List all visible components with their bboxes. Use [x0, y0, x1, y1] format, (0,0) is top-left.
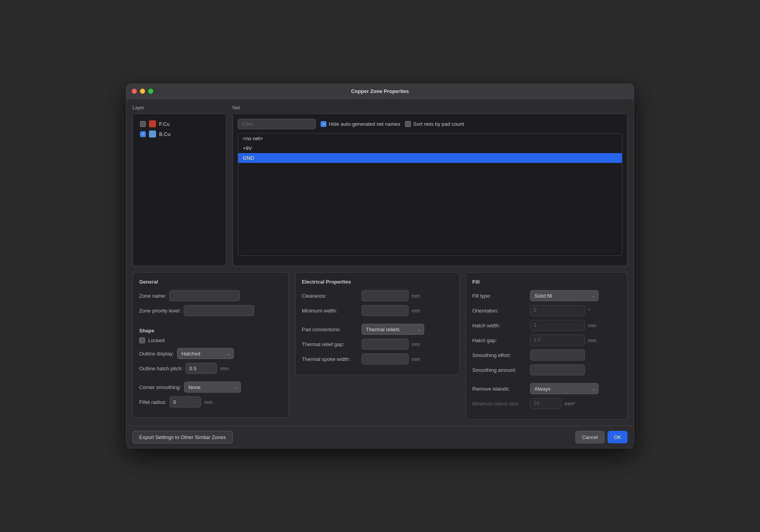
clearance-unit: mm	[412, 293, 421, 299]
electrical-box: Electrical Properties Clearance: 0.5 mm …	[295, 272, 459, 375]
thermal-spoke-unit: mm	[412, 356, 421, 362]
smoothing-amount-value[interactable]: 0.10	[531, 367, 585, 373]
fillet-radius-input[interactable]: 0	[170, 396, 201, 407]
thermal-gap-input[interactable]: 0.5	[362, 339, 409, 350]
outline-display-row: Outline display: Hatched ⌄	[139, 348, 282, 359]
hatch-width-label: Hatch width:	[472, 323, 527, 328]
zone-name-input[interactable]	[169, 290, 240, 301]
hatch-width-unit: mm	[588, 323, 598, 328]
zone-priority-row: Zone priority level: 0 ▲ ▼	[139, 305, 282, 316]
chevron-down-icon-3: ⌄	[418, 327, 421, 332]
general-title: General	[139, 279, 282, 285]
export-button[interactable]: Export Settings to Other Similar Zones	[133, 431, 233, 443]
pad-connections-value: Thermal reliefs	[366, 327, 416, 332]
remove-islands-value: Always	[534, 386, 590, 392]
zone-name-row: Zone name:	[139, 290, 282, 301]
min-island-row: Minimum island size: 10 mm²	[472, 398, 621, 409]
net-list: <no net> +9V GND	[238, 133, 622, 256]
pad-connections-row: Pad connections: Thermal reliefs ⌄	[302, 324, 453, 335]
content-area: Layer F.Cu B.Cu Net	[126, 99, 634, 426]
sort-nets-label[interactable]: Sort nets by pad count	[405, 121, 464, 127]
fillet-radius-row: Fillet radius: 0 mm	[139, 396, 282, 407]
outline-hatch-label: Outline hatch pitch:	[139, 366, 183, 371]
layer-panel: F.Cu B.Cu	[133, 114, 226, 266]
thermal-gap-unit: mm	[412, 341, 421, 347]
maximize-button[interactable]	[148, 89, 153, 94]
pad-connections-select[interactable]: Thermal reliefs ⌄	[362, 324, 424, 335]
net-header: Hide auto-generated net names Sort nets …	[238, 119, 622, 129]
net-item-no-net[interactable]: <no net>	[238, 134, 622, 143]
net-item-plus9v[interactable]: +9V	[238, 143, 622, 153]
min-island-label: Minimum island size:	[472, 401, 527, 407]
layer-color-bcu	[149, 130, 156, 137]
ok-button[interactable]: OK	[608, 431, 627, 443]
thermal-spoke-label: Thermal spoke width:	[302, 356, 358, 362]
outline-display-value: Hatched	[181, 351, 226, 357]
layer-item-bcu[interactable]: B.Cu	[138, 129, 221, 139]
min-width-input[interactable]: 0.25	[362, 305, 409, 316]
zone-priority-value[interactable]: 0	[184, 308, 254, 314]
net-item-gnd[interactable]: GND	[238, 153, 622, 163]
outline-display-select[interactable]: Hatched ⌄	[177, 348, 234, 359]
layer-checkbox-fcu[interactable]	[140, 121, 146, 127]
locked-checkbox[interactable]	[139, 337, 145, 343]
chevron-down-icon: ⌄	[227, 352, 230, 356]
minimize-button[interactable]	[140, 89, 145, 94]
orientation-row: Orientation: 0 °	[472, 305, 621, 316]
thermal-gap-row: Thermal relief gap: 0.5 mm	[302, 339, 453, 350]
layer-color-fcu	[149, 120, 156, 127]
electrical-title: Electrical Properties	[302, 279, 453, 285]
remove-islands-label: Remove islands:	[472, 386, 527, 392]
smoothing-amount-spinner[interactable]: 0.10 ▲ ▼	[530, 364, 585, 375]
thermal-gap-label: Thermal relief gap:	[302, 341, 358, 347]
hide-auto-checkbox[interactable]	[321, 121, 326, 127]
smoothing-effort-spinner[interactable]: 0 ▲ ▼	[530, 350, 585, 361]
fill-type-select[interactable]: Solid fill ⌄	[530, 290, 599, 301]
min-island-unit: mm²	[565, 401, 575, 407]
layer-checkbox-bcu[interactable]	[140, 131, 146, 137]
min-width-row: Minimum width: 0.25 mm	[302, 305, 453, 316]
fill-section: Fill Fill type: Solid fill ⌄ Orientation…	[466, 272, 627, 420]
corner-smoothing-label: Corner smoothing:	[139, 384, 181, 390]
locked-label: Locked	[148, 337, 165, 343]
outline-display-label: Outline display:	[139, 351, 174, 357]
min-island-value: 10	[530, 398, 561, 409]
shape-title: Shape	[139, 328, 282, 334]
filter-input[interactable]	[238, 119, 316, 129]
remove-islands-row: Remove islands: Always ⌄	[472, 383, 621, 394]
hatch-gap-row: Hatch gap: 1.5 mm	[472, 335, 621, 346]
layer-name-bcu: B.Cu	[159, 131, 170, 137]
hatch-gap-value: 1.5	[530, 335, 585, 346]
fillet-radius-label: Fillet radius:	[139, 399, 167, 405]
pad-connections-label: Pad connections:	[302, 327, 358, 332]
footer: Export Settings to Other Similar Zones C…	[126, 426, 634, 448]
thermal-spoke-input[interactable]: 0.5	[362, 353, 409, 364]
clearance-input[interactable]: 0.5	[362, 290, 409, 301]
fill-title: Fill	[472, 279, 621, 285]
smoothing-effort-value[interactable]: 0	[531, 352, 585, 358]
hatch-width-value: 1	[530, 320, 585, 331]
smoothing-amount-row: Smoothing amount: 0.10 ▲ ▼	[472, 364, 621, 375]
hatch-gap-unit: mm	[588, 337, 598, 343]
layer-section: Layer F.Cu B.Cu	[133, 105, 226, 266]
close-button[interactable]	[132, 89, 137, 94]
outline-hatch-unit: mm	[220, 366, 230, 371]
hide-auto-label[interactable]: Hide auto-generated net names	[321, 121, 400, 127]
outline-hatch-input[interactable]: 0.5	[186, 363, 217, 374]
net-panel: Hide auto-generated net names Sort nets …	[233, 114, 627, 266]
zone-priority-spinner[interactable]: 0 ▲ ▼	[184, 305, 254, 316]
locked-row[interactable]: Locked	[139, 337, 282, 343]
corner-smoothing-value: None	[188, 384, 233, 390]
min-width-label: Minimum width:	[302, 308, 358, 314]
zone-name-label: Zone name:	[139, 293, 166, 299]
fill-type-label: Fill type:	[472, 293, 527, 299]
clearance-row: Clearance: 0.5 mm	[302, 290, 453, 301]
layer-item-fcu[interactable]: F.Cu	[138, 119, 221, 129]
corner-smoothing-select[interactable]: None ⌄	[184, 382, 241, 393]
chevron-down-icon-2: ⌄	[234, 385, 237, 389]
sort-nets-checkbox[interactable]	[405, 121, 411, 127]
dialog-buttons: Cancel OK	[575, 431, 627, 443]
zone-priority-label: Zone priority level:	[139, 308, 181, 314]
cancel-button[interactable]: Cancel	[575, 431, 604, 443]
remove-islands-select[interactable]: Always ⌄	[530, 383, 599, 394]
